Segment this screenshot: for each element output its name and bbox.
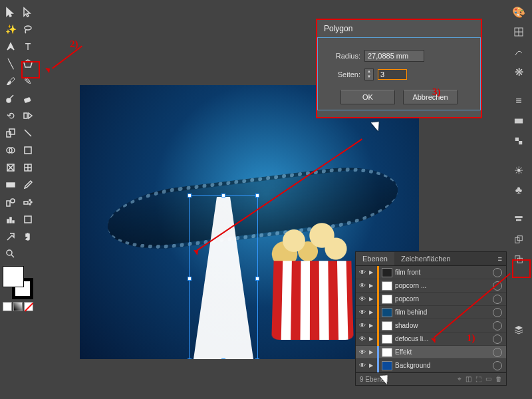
layer-row[interactable]: 👁 ▶ Background bbox=[356, 359, 506, 372]
direct-select-tool[interactable] bbox=[20, 4, 36, 20]
expand-icon[interactable]: ▶ bbox=[369, 336, 377, 342]
expand-icon[interactable]: ▶ bbox=[369, 283, 377, 289]
align-panel-icon[interactable] bbox=[511, 211, 527, 227]
visibility-toggle[interactable]: 👁 bbox=[356, 269, 369, 276]
eyedropper-tool[interactable] bbox=[20, 177, 36, 193]
layer-row[interactable]: 👁 ▶ Effekt bbox=[356, 346, 506, 359]
visibility-toggle[interactable]: 👁 bbox=[356, 295, 369, 303]
ok-button[interactable]: OK bbox=[340, 90, 395, 104]
brush-tool[interactable]: 🖌 bbox=[3, 73, 19, 89]
sides-input[interactable]: 3 bbox=[378, 69, 407, 80]
layer-row[interactable]: 👁 ▶ popcorn ... bbox=[356, 279, 506, 293]
expand-icon[interactable]: ▶ bbox=[369, 309, 377, 315]
column-graph-tool[interactable] bbox=[3, 211, 19, 227]
annotation-1: 1) bbox=[467, 332, 475, 344]
type-tool[interactable]: T bbox=[20, 39, 36, 55]
right-panel-dock: 🎨 ❋ ≡ ☀ ♣ bbox=[511, 4, 529, 338]
target-icon[interactable] bbox=[493, 361, 502, 370]
pen-tool[interactable] bbox=[3, 39, 19, 55]
tab-layers[interactable]: Ebenen bbox=[356, 252, 394, 265]
magic-wand-tool[interactable]: ✨ bbox=[3, 21, 19, 37]
color-mode-swatches[interactable] bbox=[3, 302, 33, 311]
appearance-panel-icon[interactable]: ☀ bbox=[511, 162, 527, 178]
layer-name: film front bbox=[395, 269, 493, 276]
svg-point-23 bbox=[7, 250, 12, 255]
annotation-3: 3) bbox=[432, 86, 441, 98]
svg-rect-29 bbox=[517, 219, 521, 221]
svg-rect-31 bbox=[517, 236, 522, 241]
swatches-panel-icon[interactable] bbox=[511, 24, 527, 40]
new-layer-icon[interactable]: ▭ bbox=[485, 375, 491, 383]
panel-menu-icon[interactable]: ≡ bbox=[494, 252, 506, 265]
expand-icon[interactable]: ▶ bbox=[369, 269, 377, 275]
transform-panel-icon[interactable] bbox=[511, 231, 527, 247]
perspective-grid-tool[interactable] bbox=[3, 160, 19, 176]
layer-row[interactable]: 👁 ▶ defocus li... bbox=[356, 332, 506, 346]
locate-object-icon[interactable]: ⌖ bbox=[458, 375, 462, 383]
target-icon[interactable] bbox=[493, 348, 502, 357]
svg-rect-9 bbox=[25, 147, 31, 154]
make-clipping-mask-icon[interactable]: ◫ bbox=[466, 375, 471, 383]
expand-icon[interactable]: ▶ bbox=[369, 323, 377, 329]
reflect-tool[interactable] bbox=[20, 108, 36, 124]
target-icon[interactable] bbox=[493, 268, 502, 277]
layer-row[interactable]: 👁 ▶ shadow bbox=[356, 319, 506, 332]
transparency-panel-icon[interactable] bbox=[511, 133, 527, 149]
arrow-2 bbox=[52, 46, 82, 69]
eraser-tool[interactable] bbox=[20, 90, 36, 106]
tab-artboards[interactable]: Zeichenflächen bbox=[394, 252, 458, 265]
width-tool[interactable] bbox=[20, 125, 36, 141]
line-tool[interactable]: ╲ bbox=[3, 56, 19, 72]
visibility-toggle[interactable]: 👁 bbox=[356, 362, 369, 369]
stroke-panel-icon[interactable]: ≡ bbox=[511, 93, 527, 109]
selection-tool[interactable] bbox=[3, 4, 19, 20]
visibility-toggle[interactable]: 👁 bbox=[356, 335, 369, 342]
free-transform-tool[interactable] bbox=[20, 142, 36, 158]
slice-tool[interactable] bbox=[3, 229, 19, 245]
fill-stroke-swatch[interactable] bbox=[3, 266, 36, 299]
svg-rect-3 bbox=[25, 98, 31, 102]
symbol-sprayer-tool[interactable] bbox=[20, 194, 36, 210]
sides-spinner[interactable]: ▲▼ bbox=[364, 68, 374, 80]
artboard-tool[interactable] bbox=[20, 211, 36, 227]
shape-builder-tool[interactable] bbox=[3, 142, 19, 158]
visibility-toggle[interactable]: 👁 bbox=[356, 282, 369, 289]
delete-layer-icon[interactable]: 🗑 bbox=[495, 375, 502, 383]
mesh-tool[interactable] bbox=[20, 160, 36, 176]
target-icon[interactable] bbox=[493, 308, 502, 317]
svg-rect-28 bbox=[515, 217, 523, 218]
gradient-panel-icon[interactable] bbox=[511, 113, 527, 129]
polygon-tool[interactable] bbox=[20, 56, 36, 72]
zoom-tool[interactable] bbox=[3, 246, 19, 262]
color-panel-icon[interactable]: 🎨 bbox=[511, 4, 527, 20]
target-icon[interactable] bbox=[493, 321, 502, 331]
blend-tool[interactable] bbox=[3, 194, 19, 210]
symbols-panel-icon[interactable]: ❋ bbox=[511, 64, 527, 80]
pathfinder-panel-icon[interactable] bbox=[511, 251, 527, 267]
visibility-toggle[interactable]: 👁 bbox=[356, 348, 369, 356]
scale-tool[interactable] bbox=[3, 125, 19, 141]
pencil-tool[interactable]: ✎ bbox=[20, 73, 36, 89]
expand-icon[interactable]: ▶ bbox=[369, 362, 377, 368]
svg-rect-21 bbox=[13, 221, 14, 223]
layer-row[interactable]: 👁 ▶ film front bbox=[356, 266, 506, 279]
expand-icon[interactable]: ▶ bbox=[369, 296, 377, 302]
visibility-toggle[interactable]: 👁 bbox=[356, 309, 369, 316]
new-sublayer-icon[interactable]: ⬚ bbox=[475, 375, 481, 383]
brushes-panel-icon[interactable] bbox=[511, 44, 527, 60]
target-icon[interactable] bbox=[493, 334, 502, 344]
visibility-toggle[interactable]: 👁 bbox=[356, 322, 369, 329]
layers-panel-icon[interactable] bbox=[511, 322, 527, 338]
svg-point-14 bbox=[11, 199, 15, 203]
rotate-tool[interactable]: ⟲ bbox=[3, 108, 19, 124]
expand-icon[interactable]: ▶ bbox=[369, 349, 377, 355]
radius-input[interactable]: 27,0885 mm bbox=[364, 50, 424, 62]
gradient-tool[interactable] bbox=[3, 177, 19, 193]
graphic-styles-panel-icon[interactable]: ♣ bbox=[511, 182, 527, 198]
layer-row[interactable]: 👁 ▶ film behind bbox=[356, 306, 506, 319]
target-icon[interactable] bbox=[493, 295, 502, 304]
cancel-button[interactable]: Abbrechen bbox=[403, 90, 458, 104]
blob-brush-tool[interactable] bbox=[3, 90, 19, 106]
lasso-tool[interactable] bbox=[20, 21, 36, 37]
hand-tool[interactable] bbox=[20, 229, 36, 245]
